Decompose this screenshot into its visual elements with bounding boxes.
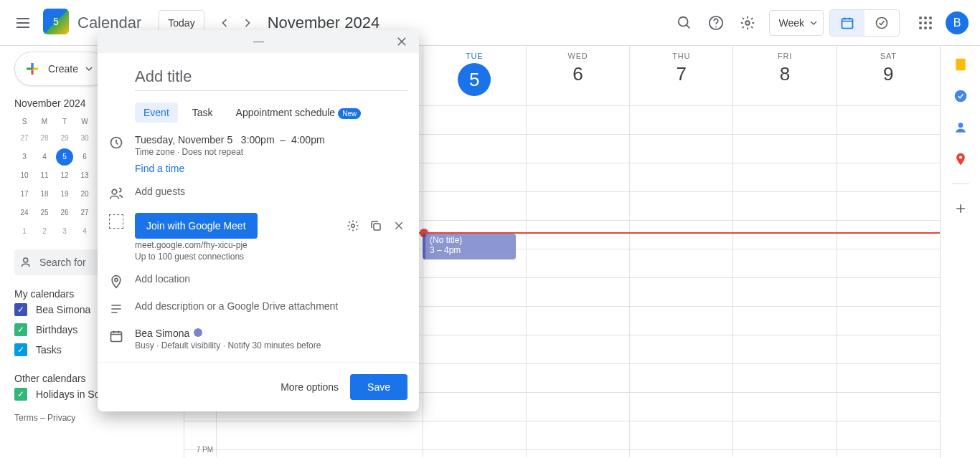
tab-appointment[interactable]: Appointment scheduleNew	[227, 102, 370, 123]
svg-rect-16	[956, 59, 965, 71]
day-header-thu[interactable]: THU7	[629, 46, 732, 105]
svg-point-19	[958, 156, 961, 158]
app-title: Calendar	[77, 14, 141, 32]
calendar-color-dot	[194, 328, 202, 337]
end-time[interactable]: 4:00pm	[291, 134, 325, 145]
find-time-link[interactable]: Find a time	[135, 163, 407, 174]
visibility-notify-label[interactable]: Busy · Default visibility · Notify 30 mi…	[135, 340, 407, 350]
footer-links: Terms – Privacy	[14, 413, 175, 423]
remove-meet-button[interactable]	[390, 217, 407, 234]
search-button[interactable]	[670, 9, 699, 37]
view-label: Week	[778, 17, 804, 29]
svg-rect-4	[842, 19, 853, 28]
copy-meet-link-button[interactable]	[367, 217, 385, 234]
meet-capacity: Up to 100 guest connections	[135, 252, 407, 262]
side-panel	[940, 46, 980, 458]
search-people-placeholder: Search for	[39, 257, 86, 268]
day-header-sat[interactable]: SAT9	[837, 46, 940, 105]
svg-point-13	[924, 27, 927, 29]
svg-point-10	[924, 22, 927, 24]
checkbox-icon[interactable]: ✓	[14, 303, 27, 316]
svg-point-9	[919, 22, 922, 24]
logo-day-number: 5	[43, 9, 69, 34]
create-label: Create	[48, 63, 78, 75]
keep-icon[interactable]	[953, 57, 968, 72]
start-time[interactable]: 3:00pm	[241, 134, 275, 145]
svg-point-2	[716, 26, 717, 27]
calendar-owner[interactable]: Bea Simona	[135, 328, 189, 339]
chevron-down-icon	[85, 65, 93, 72]
svg-point-15	[24, 258, 28, 262]
svg-point-18	[958, 123, 963, 128]
add-location-input[interactable]: Add location	[135, 273, 407, 285]
contacts-icon[interactable]	[953, 120, 968, 135]
svg-point-14	[929, 27, 932, 29]
day-header-wed[interactable]: WED6	[526, 46, 629, 105]
svg-rect-25	[111, 332, 122, 341]
people-icon	[21, 256, 34, 269]
svg-point-22	[352, 224, 355, 228]
checkbox-icon[interactable]: ✓	[14, 388, 27, 401]
calendar-logo: 5	[43, 9, 72, 37]
chevron-down-icon	[810, 19, 817, 27]
meet-logo-icon	[109, 214, 123, 229]
svg-rect-23	[374, 224, 380, 230]
description-icon	[109, 302, 123, 316]
svg-point-0	[679, 16, 688, 26]
tasks-mode-button[interactable]	[864, 10, 899, 36]
event-block[interactable]: (No title) 3 – 4pm	[423, 234, 516, 259]
svg-point-17	[954, 90, 966, 102]
privacy-link[interactable]: Privacy	[47, 413, 75, 423]
svg-point-6	[919, 16, 922, 19]
tab-event[interactable]: Event	[135, 102, 178, 123]
checkbox-icon[interactable]: ✓	[14, 343, 27, 356]
event-date[interactable]: Tuesday, November 5	[135, 134, 232, 145]
day-header-fri[interactable]: FRI8	[732, 46, 836, 105]
google-apps-button[interactable]	[911, 9, 940, 37]
tab-task[interactable]: Task	[184, 102, 222, 123]
add-guests-input[interactable]: Add guests	[135, 186, 407, 197]
add-addon-button[interactable]	[953, 201, 968, 216]
svg-point-7	[924, 16, 927, 19]
svg-point-11	[929, 22, 932, 24]
calendar-icon	[109, 329, 123, 343]
meet-settings-button[interactable]	[344, 217, 362, 234]
checkbox-icon[interactable]: ✓	[14, 323, 27, 336]
location-icon	[109, 275, 123, 289]
new-badge: New	[338, 108, 361, 119]
maps-icon[interactable]	[953, 152, 968, 166]
save-button[interactable]: Save	[350, 374, 407, 400]
add-description-input[interactable]: Add description or a Google Drive attach…	[135, 300, 407, 312]
people-icon	[109, 187, 123, 201]
clock-icon	[109, 135, 123, 150]
plus-icon	[24, 60, 41, 77]
svg-point-3	[746, 21, 750, 25]
svg-point-8	[929, 16, 932, 19]
svg-point-5	[877, 17, 887, 28]
view-selector[interactable]: Week	[769, 10, 824, 36]
drag-handle-icon[interactable]: ⸻	[247, 35, 270, 48]
support-button[interactable]	[702, 9, 730, 37]
svg-point-12	[919, 27, 922, 29]
settings-button[interactable]	[733, 9, 762, 37]
day-header-tue[interactable]: TUE5	[423, 46, 526, 105]
main-menu-button[interactable]	[6, 6, 40, 40]
tasks-icon[interactable]	[953, 89, 968, 103]
join-meet-button[interactable]: Join with Google Meet	[135, 213, 258, 239]
more-options-button[interactable]: More options	[281, 381, 339, 393]
close-dialog-button[interactable]	[390, 30, 413, 53]
event-title-input[interactable]	[135, 65, 407, 91]
mode-toggle-group	[829, 9, 900, 37]
terms-link[interactable]: Terms	[14, 413, 38, 423]
create-button[interactable]: Create	[14, 52, 108, 86]
event-create-dialog: ⸻ Event Task Appointment scheduleNew Tue…	[98, 30, 419, 411]
meet-url: meet.google.com/fhy-xicu-pje	[135, 240, 407, 250]
time-label-7pm: 7 PM	[184, 446, 216, 457]
svg-point-24	[115, 278, 118, 281]
calendar-mode-button[interactable]	[830, 10, 864, 36]
timezone-repeat-label[interactable]: Time zone · Does not repeat	[135, 147, 407, 157]
account-avatar[interactable]: B	[946, 11, 969, 34]
event-time: 3 – 4pm	[430, 245, 512, 255]
event-title: (No title)	[430, 235, 512, 245]
svg-point-21	[112, 189, 117, 194]
